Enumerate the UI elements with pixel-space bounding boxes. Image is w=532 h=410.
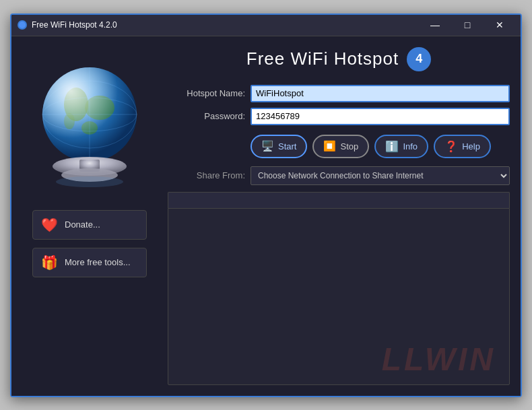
maximize-button[interactable]: □ xyxy=(452,16,483,34)
info-icon: ℹ️ xyxy=(385,140,399,153)
help-icon: ❓ xyxy=(444,140,458,153)
log-body: LLWIN xyxy=(168,208,510,385)
stop-icon: ⏹️ xyxy=(323,140,336,152)
svg-point-15 xyxy=(56,176,123,187)
log-area: LLWIN xyxy=(168,192,510,385)
window-content: ❤️ Donate... 🎁 More free tools... Free W… xyxy=(11,36,521,396)
log-watermark: LLWIN xyxy=(382,341,496,378)
monitor-icon: 🖥️ xyxy=(261,140,274,152)
hotspot-name-input[interactable] xyxy=(251,85,510,102)
right-panel: Free WiFi Hotspot 4 Hotspot Name: Passwo… xyxy=(168,47,510,385)
help-label: Help xyxy=(462,141,480,151)
app-title: Free WiFi Hotspot xyxy=(246,48,399,69)
main-window: Free WiFi Hotspot 4.2.0 — □ ✕ xyxy=(10,13,522,397)
app-header: Free WiFi Hotspot 4 xyxy=(168,47,510,71)
donate-label: Donate... xyxy=(65,219,100,230)
heart-icon: ❤️ xyxy=(41,217,58,233)
share-from-row: Share From: Choose Network Connection to… xyxy=(168,166,510,185)
hotspot-label: Hotspot Name: xyxy=(168,88,245,98)
share-label: Share From: xyxy=(168,170,245,180)
more-tools-button[interactable]: 🎁 More free tools... xyxy=(32,248,147,277)
password-label: Password: xyxy=(168,111,245,121)
version-badge: 4 xyxy=(407,47,431,71)
tools-label: More free tools... xyxy=(65,257,131,267)
hotspot-name-row: Hotspot Name: xyxy=(168,85,510,102)
close-button[interactable]: ✕ xyxy=(484,16,515,34)
password-row: Password: xyxy=(168,108,510,125)
form-area: Hotspot Name: Password: xyxy=(168,85,510,125)
window-controls: — □ ✕ xyxy=(420,16,515,34)
stop-label: Stop xyxy=(340,141,358,151)
gift-icon: 🎁 xyxy=(41,254,58,271)
share-select[interactable]: Choose Network Connection to Share Inter… xyxy=(251,166,510,185)
help-button[interactable]: ❓ Help xyxy=(434,135,491,158)
start-button[interactable]: 🖥️ Start xyxy=(251,135,307,158)
app-icon xyxy=(17,20,28,30)
info-button[interactable]: ℹ️ Info xyxy=(374,135,428,158)
title-bar: Free WiFi Hotspot 4.2.0 — □ ✕ xyxy=(11,15,521,36)
start-label: Start xyxy=(278,141,296,151)
globe-image xyxy=(36,57,143,192)
info-label: Info xyxy=(403,141,418,151)
donate-button[interactable]: ❤️ Donate... xyxy=(32,210,147,240)
left-panel: ❤️ Donate... 🎁 More free tools... xyxy=(22,47,157,385)
password-input[interactable] xyxy=(251,108,510,125)
stop-button[interactable]: ⏹️ Stop xyxy=(312,135,369,158)
svg-point-1 xyxy=(19,22,26,28)
svg-point-11 xyxy=(42,67,137,162)
log-header xyxy=(168,192,510,208)
minimize-button[interactable]: — xyxy=(420,16,451,34)
action-buttons-row: 🖥️ Start ⏹️ Stop ℹ️ Info ❓ Help xyxy=(168,135,510,158)
window-title: Free WiFi Hotspot 4.2.0 xyxy=(32,20,420,30)
globe-container xyxy=(29,47,150,202)
